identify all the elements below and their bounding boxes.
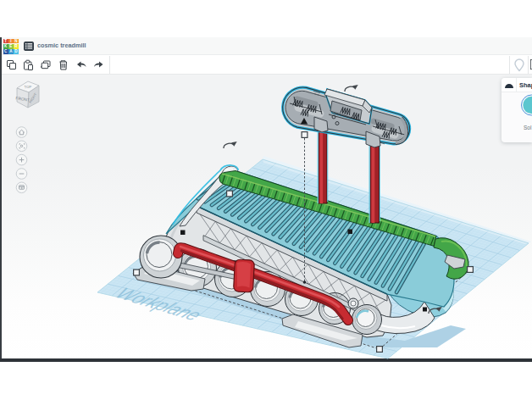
svg-text:TOP: TOP [25, 85, 32, 89]
